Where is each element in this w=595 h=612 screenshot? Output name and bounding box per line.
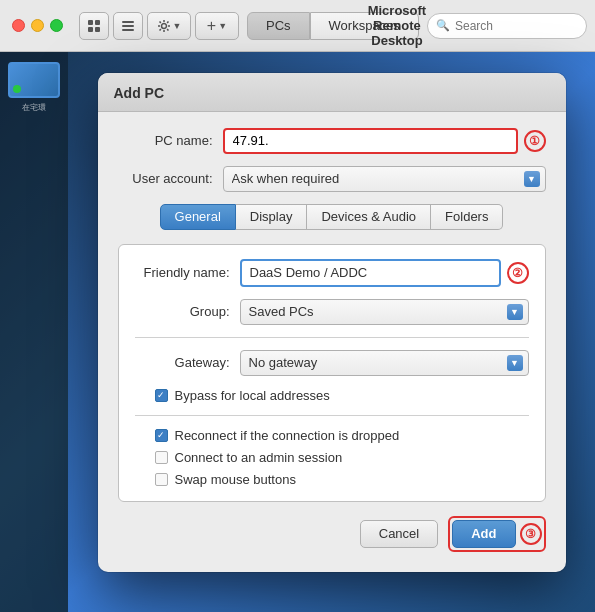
user-account-label: User account:	[118, 171, 223, 186]
svg-rect-1	[95, 20, 100, 25]
search-icon: 🔍	[436, 19, 450, 32]
list-view-button[interactable]	[113, 12, 143, 40]
tab-display[interactable]: Display	[236, 204, 308, 230]
group-select[interactable]: Saved PCs No Group	[240, 299, 529, 325]
dialog-titlebar: Add PC	[98, 73, 566, 112]
svg-rect-5	[122, 25, 134, 27]
search-box[interactable]: 🔍	[427, 13, 587, 39]
gateway-label: Gateway:	[135, 355, 240, 370]
group-select-wrap: Saved PCs No Group ▼	[240, 299, 529, 325]
pc-name-row: PC name: ①	[118, 128, 546, 154]
swap-mouse-checkbox[interactable]	[155, 473, 168, 486]
main-area: Add PC PC name: ① Us	[68, 52, 595, 612]
friendly-name-input[interactable]	[242, 261, 499, 285]
bypass-row: ✓ Bypass for local addresses	[135, 388, 529, 403]
svg-rect-6	[122, 29, 134, 31]
pc-name-input-wrap: ①	[223, 128, 546, 154]
group-row: Group: Saved PCs No Group ▼	[135, 299, 529, 325]
buttons-row: Cancel Add ③	[118, 516, 546, 552]
admin-session-label: Connect to an admin session	[175, 450, 343, 465]
grid-view-button[interactable]	[79, 12, 109, 40]
swap-mouse-label: Swap mouse buttons	[175, 472, 296, 487]
dialog-title: Add PC	[114, 85, 550, 101]
friendly-name-input-wrap: ②	[240, 259, 529, 287]
dialog-overlay: Add PC PC name: ① Us	[68, 52, 595, 612]
svg-point-7	[161, 23, 166, 28]
admin-session-checkbox[interactable]	[155, 451, 168, 464]
friendly-name-field-wrap	[240, 259, 501, 287]
app-title: Microsoft Remote Desktop	[367, 3, 427, 48]
sidebar-item-zaizai[interactable]	[8, 62, 60, 98]
settings-button[interactable]: ▼	[147, 12, 191, 40]
toolbar-icons: ▼ + ▼	[79, 12, 239, 40]
divider-2	[135, 415, 529, 416]
user-account-select-wrap: Ask when required Add User Account... ▼	[223, 166, 546, 192]
pc-name-input[interactable]	[223, 128, 518, 154]
bypass-checkbox[interactable]: ✓	[155, 389, 168, 402]
user-account-select[interactable]: Ask when required Add User Account...	[223, 166, 546, 192]
maximize-button[interactable]	[50, 19, 63, 32]
traffic-lights	[12, 19, 63, 32]
friendly-name-label: Friendly name:	[135, 265, 240, 280]
gateway-select-wrap: No gateway Add Gateway... ▼	[240, 350, 529, 376]
minimize-button[interactable]	[31, 19, 44, 32]
close-button[interactable]	[12, 19, 25, 32]
tab-row: General Display Devices & Audio Folders	[118, 204, 546, 230]
online-indicator	[13, 85, 21, 93]
tab-general[interactable]: General	[160, 204, 236, 230]
tab-folders[interactable]: Folders	[431, 204, 503, 230]
swap-mouse-row: Swap mouse buttons	[135, 472, 529, 487]
tab-pcs[interactable]: PCs	[247, 12, 310, 40]
desktop-content: 在宅環 Add PC PC name:	[0, 52, 595, 612]
svg-rect-2	[88, 27, 93, 32]
svg-rect-4	[122, 21, 134, 23]
sidebar: 在宅環	[0, 52, 68, 612]
group-label: Group:	[135, 304, 240, 319]
user-account-row: User account: Ask when required Add User…	[118, 166, 546, 192]
reconnect-row: ✓ Reconnect if the connection is dropped	[135, 428, 529, 443]
inner-form-panel: Friendly name: ② Group:	[118, 244, 546, 502]
divider-1	[135, 337, 529, 338]
svg-rect-0	[88, 20, 93, 25]
badge-3: ③	[520, 523, 542, 545]
cancel-button[interactable]: Cancel	[360, 520, 438, 548]
sidebar-item-label: 在宅環	[22, 102, 46, 113]
badge-1: ①	[524, 130, 546, 152]
pc-name-label: PC name:	[118, 133, 223, 148]
desktop: ▼ + ▼ PCs Workspaces Microsoft Remote De…	[0, 0, 595, 612]
gateway-select[interactable]: No gateway Add Gateway...	[240, 350, 529, 376]
gateway-row: Gateway: No gateway Add Gateway... ▼	[135, 350, 529, 376]
admin-session-row: Connect to an admin session	[135, 450, 529, 465]
add-button[interactable]: + ▼	[195, 12, 239, 40]
badge-2: ②	[507, 262, 529, 284]
friendly-name-row: Friendly name: ②	[135, 259, 529, 287]
add-button-border: Add ③	[448, 516, 545, 552]
titlebar: ▼ + ▼ PCs Workspaces Microsoft Remote De…	[0, 0, 595, 52]
bypass-label: Bypass for local addresses	[175, 388, 330, 403]
svg-rect-3	[95, 27, 100, 32]
add-button[interactable]: Add	[452, 520, 515, 548]
search-input[interactable]	[455, 19, 578, 33]
add-pc-dialog: Add PC PC name: ① Us	[98, 73, 566, 572]
dialog-body: PC name: ① User account: Ask when	[98, 112, 566, 572]
tab-devices-audio[interactable]: Devices & Audio	[307, 204, 431, 230]
reconnect-checkbox[interactable]: ✓	[155, 429, 168, 442]
reconnect-label: Reconnect if the connection is dropped	[175, 428, 400, 443]
